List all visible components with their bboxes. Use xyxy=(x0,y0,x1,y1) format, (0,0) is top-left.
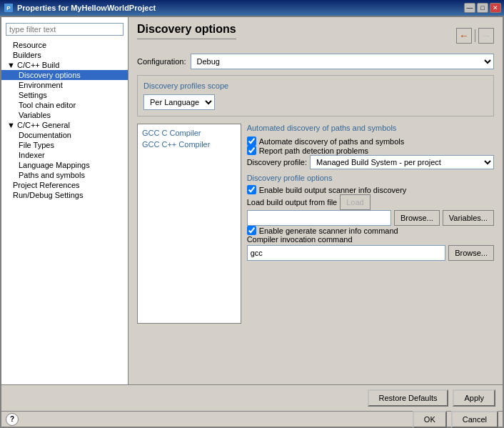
sidebar-item-run-debug-settings[interactable]: Run/Debug Settings xyxy=(1,190,128,200)
automate-label: Automate discovery of paths and symbols xyxy=(259,137,405,146)
browse-row-1: Browse... Variables... xyxy=(247,210,494,226)
title-bar: P Properties for MyHellowWorldProject — … xyxy=(0,0,504,16)
build-output-checkbox[interactable] xyxy=(247,185,256,194)
config-label: Configuration: xyxy=(137,57,186,66)
two-panel: GCC C CompilerGCC C++ Compiler Automated… xyxy=(137,124,494,324)
bottom-bar: Restore Defaults Apply xyxy=(1,384,503,411)
sidebar-item-cpp-general[interactable]: ▼ C/C++ General xyxy=(1,120,128,130)
profiles-scope-group: Discovery profiles scope Per LanguagePer… xyxy=(137,75,494,116)
svg-text:P: P xyxy=(6,5,11,11)
build-output-input[interactable] xyxy=(247,210,391,226)
sidebar-item-discovery-options[interactable]: Discovery options xyxy=(1,70,128,80)
compiler-item[interactable]: GCC C++ Compiler xyxy=(141,139,238,150)
scanner-info-label: Enable generate scanner info command xyxy=(259,227,398,235)
status-bar: ? OK Cancel xyxy=(1,411,503,427)
panel-title: Discovery options xyxy=(137,23,236,39)
title-bar-title: Properties for MyHellowWorldProject xyxy=(17,4,464,12)
configuration-row: Configuration: DebugReleaseAll Configura… xyxy=(137,54,494,69)
automate-checkbox-row: Automate discovery of paths and symbols xyxy=(247,136,494,146)
title-bar-controls: — □ ✕ xyxy=(464,3,501,13)
ok-button[interactable]: OK xyxy=(413,411,447,428)
report-checkbox[interactable] xyxy=(247,146,256,155)
restore-defaults-button[interactable]: Restore Defaults xyxy=(368,389,449,407)
filter-input[interactable] xyxy=(6,23,124,36)
load-button[interactable]: Load xyxy=(340,194,370,210)
compiler-item[interactable]: GCC C Compiler xyxy=(141,127,238,139)
browse-row-2: Browse... xyxy=(247,245,494,261)
sidebar-item-language-mappings[interactable]: Language Mappings xyxy=(1,160,128,170)
maximize-button[interactable]: □ xyxy=(477,3,488,13)
close-button[interactable]: ✕ xyxy=(490,3,501,13)
tree-container: ResourceBuilders▼ C/C++ BuildDiscovery o… xyxy=(1,40,128,200)
profiles-scope-label: Discovery profiles scope xyxy=(143,81,488,90)
automated-title: Automated discovery of paths and symbols xyxy=(247,124,494,132)
report-label: Report path detection problems xyxy=(259,146,368,155)
profile-options-section: Discovery profile options Enable build o… xyxy=(247,174,494,261)
browse-button-2[interactable]: Browse... xyxy=(448,245,494,261)
profile-options-title: Discovery profile options xyxy=(247,174,494,182)
invocation-label: Compiler invocation command xyxy=(247,235,494,244)
load-file-label: Load build output from file xyxy=(247,198,338,206)
automated-section: Automated discovery of paths and symbols… xyxy=(247,124,494,169)
report-checkbox-row: Report path detection problems xyxy=(247,146,494,155)
profile-row: Discovery profile: Managed Build System … xyxy=(247,155,494,169)
apply-button[interactable]: Apply xyxy=(453,389,495,407)
ok-cancel-row: OK Cancel xyxy=(413,411,498,428)
variables-button[interactable]: Variables... xyxy=(443,210,494,226)
cancel-button[interactable]: Cancel xyxy=(451,411,498,428)
scanner-info-checkbox-row: Enable generate scanner info command xyxy=(247,226,494,235)
sidebar-item-documentation[interactable]: Documentation xyxy=(1,130,128,140)
disc-profile-label: Discovery profile: xyxy=(247,158,307,166)
browse-button-1[interactable]: Browse... xyxy=(394,210,440,226)
build-output-checkbox-row: Enable build output scanner info discove… xyxy=(247,185,494,194)
compiler-list: GCC C CompilerGCC C++ Compiler xyxy=(137,124,241,324)
automate-checkbox[interactable] xyxy=(247,136,256,146)
compiler-invocation-input[interactable] xyxy=(247,245,446,261)
right-panel: Discovery options ← → Configuration: Deb… xyxy=(128,17,503,384)
sidebar-item-settings[interactable]: Settings xyxy=(1,90,128,100)
sidebar-item-cpp-build[interactable]: ▼ C/C++ Build xyxy=(1,60,128,70)
sidebar-item-file-types[interactable]: File Types xyxy=(1,140,128,150)
dialog: ResourceBuilders▼ C/C++ BuildDiscovery o… xyxy=(0,16,504,428)
sidebar-item-builders[interactable]: Builders xyxy=(1,50,128,60)
scanner-info-checkbox[interactable] xyxy=(247,226,256,235)
help-button[interactable]: ? xyxy=(6,413,19,426)
sidebar-item-tool-chain-editor[interactable]: Tool chain editor xyxy=(1,100,128,110)
left-panel: ResourceBuilders▼ C/C++ BuildDiscovery o… xyxy=(1,17,128,384)
app-icon: P xyxy=(3,2,14,14)
profiles-scope-select[interactable]: Per LanguagePer FilePer Project xyxy=(143,94,215,110)
dialog-body: ResourceBuilders▼ C/C++ BuildDiscovery o… xyxy=(1,17,503,384)
minimize-button[interactable]: — xyxy=(464,3,475,13)
right-options: Automated discovery of paths and symbols… xyxy=(247,124,494,324)
load-row: Load build output from file Load xyxy=(247,194,494,210)
back-button[interactable]: ← xyxy=(456,28,472,44)
sidebar-item-resource[interactable]: Resource xyxy=(1,40,128,50)
disc-profile-select[interactable]: Managed Build System - per projectDefaul… xyxy=(310,155,494,169)
config-select[interactable]: DebugReleaseAll Configurations xyxy=(191,54,495,69)
forward-button[interactable]: → xyxy=(478,28,494,44)
sidebar-item-project-references[interactable]: Project References xyxy=(1,180,128,190)
sidebar-item-indexer[interactable]: Indexer xyxy=(1,150,128,160)
sidebar-item-environment[interactable]: Environment xyxy=(1,80,128,90)
sidebar-item-paths-and-symbols[interactable]: Paths and symbols xyxy=(1,170,128,180)
build-output-label: Enable build output scanner info discove… xyxy=(259,186,407,194)
sidebar-item-variables[interactable]: Variables xyxy=(1,110,128,120)
